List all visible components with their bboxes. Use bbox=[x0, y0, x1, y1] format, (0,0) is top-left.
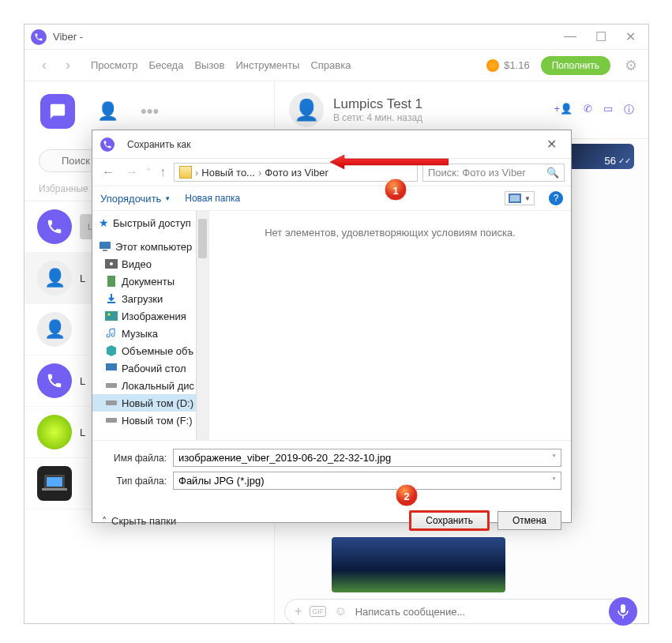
balance: $1.16 bbox=[486, 59, 530, 72]
annotation-badge-2: 2 bbox=[395, 483, 419, 507]
gif-icon[interactable]: GIF bbox=[310, 606, 326, 617]
breadcrumb-item[interactable]: Новый то... bbox=[201, 167, 255, 179]
menu-call[interactable]: Вызов bbox=[194, 59, 224, 71]
close-icon[interactable]: ✕ bbox=[540, 135, 563, 153]
menu-chat[interactable]: Беседа bbox=[148, 59, 183, 71]
titlebar: Viber - — ☐ ✕ bbox=[24, 24, 648, 50]
save-button[interactable]: Сохранить bbox=[409, 510, 490, 531]
avatar bbox=[37, 466, 72, 501]
viber-logo-icon bbox=[31, 29, 47, 45]
sidebar-item-local-disk[interactable]: Локальный дис bbox=[92, 377, 208, 394]
dialog-title: Сохранить как bbox=[127, 139, 534, 150]
sidebar-item-drive-d[interactable]: Новый том (D:) bbox=[92, 394, 208, 412]
sidebar-item-drive-f[interactable]: Новый том (F:) bbox=[92, 412, 208, 429]
image-icon bbox=[105, 310, 118, 322]
dialog-main: ★Быстрый доступ Этот компьютер Видео Док… bbox=[92, 211, 571, 440]
dialog-sidebar: ★Быстрый доступ Этот компьютер Видео Док… bbox=[92, 211, 209, 440]
maximize-icon[interactable]: ☐ bbox=[595, 29, 606, 44]
dialog-content: Нет элементов, удовлетворяющих условиям … bbox=[209, 211, 571, 440]
close-icon[interactable]: ✕ bbox=[625, 29, 636, 44]
sidebar-item-desktop[interactable]: Рабочий стол bbox=[92, 359, 208, 377]
back-icon[interactable]: ← bbox=[99, 164, 118, 181]
help-icon[interactable]: ? bbox=[549, 191, 563, 205]
forward-icon[interactable]: → bbox=[122, 164, 141, 181]
gear-icon[interactable]: ⚙ bbox=[625, 57, 637, 74]
sidebar-item-music[interactable]: Музыка bbox=[92, 325, 208, 342]
svg-point-11 bbox=[108, 314, 111, 316]
organize-button[interactable]: Упорядочить ▼ bbox=[100, 193, 171, 205]
drive-icon bbox=[105, 397, 118, 409]
scrollbar[interactable] bbox=[196, 211, 208, 440]
cancel-button[interactable]: Отмена bbox=[497, 511, 561, 530]
view-icon bbox=[509, 194, 521, 203]
svg-rect-12 bbox=[106, 363, 117, 370]
desktop-icon bbox=[105, 362, 118, 374]
message-thumbnail[interactable]: 56 ✓✓ bbox=[565, 144, 634, 169]
mic-icon bbox=[618, 604, 629, 619]
dialog-bottom: Имя файла: изображение_viber_2019-06-20_… bbox=[92, 440, 571, 502]
svg-rect-16 bbox=[621, 604, 625, 613]
sidebar-quick-access[interactable]: ★Быстрый доступ bbox=[92, 214, 208, 231]
plus-icon[interactable]: + bbox=[295, 604, 302, 619]
download-icon bbox=[105, 292, 118, 305]
sidebar-item-3d[interactable]: Объемные объ bbox=[92, 342, 208, 359]
chevron-down-icon[interactable]: ˅ bbox=[552, 476, 556, 485]
svg-rect-4 bbox=[510, 195, 520, 201]
info-icon[interactable]: ⓘ bbox=[624, 103, 634, 117]
chevron-down-icon[interactable]: ˅ bbox=[552, 453, 556, 462]
chat-avatar: 👤 bbox=[289, 92, 324, 127]
breadcrumb-item[interactable]: Фото из Viber bbox=[265, 167, 328, 179]
svg-rect-2 bbox=[42, 488, 67, 491]
call-icon[interactable]: ✆ bbox=[584, 103, 592, 117]
menu-help[interactable]: Справка bbox=[310, 59, 351, 71]
message-input-row: + GIF ☺ bbox=[284, 599, 637, 624]
topup-button[interactable]: Пополнить bbox=[541, 56, 610, 75]
minimize-icon[interactable]: — bbox=[564, 29, 576, 44]
folder-icon bbox=[179, 166, 192, 179]
svg-rect-10 bbox=[105, 311, 118, 321]
sidebar-item-downloads[interactable]: Загрузки bbox=[92, 290, 208, 307]
image-preview[interactable] bbox=[332, 537, 505, 592]
annotation-badge-1: 1 bbox=[384, 178, 407, 201]
voice-button[interactable] bbox=[609, 597, 637, 626]
hide-folders-button[interactable]: ˄Скрыть папки bbox=[102, 515, 176, 527]
music-icon bbox=[105, 327, 118, 340]
video-icon[interactable]: ▭ bbox=[603, 103, 613, 117]
menu-browse[interactable]: Просмотр bbox=[91, 59, 137, 71]
star-icon: ★ bbox=[99, 216, 109, 229]
cube-icon bbox=[105, 344, 118, 357]
save-dialog: Сохранить как ✕ ← → ˅ ↑ › Новый то... › … bbox=[92, 130, 572, 523]
svg-text:2: 2 bbox=[404, 491, 409, 502]
menu-tools[interactable]: Инструменты bbox=[235, 59, 299, 71]
annotation-arrow bbox=[330, 155, 449, 169]
message-input[interactable] bbox=[355, 606, 627, 618]
coin-icon bbox=[486, 59, 499, 72]
filename-input[interactable]: изображение_viber_2019-06-20_22-32-10.jp… bbox=[173, 449, 561, 467]
back-icon[interactable]: ‹ bbox=[36, 57, 53, 74]
dialog-toolbar: Упорядочить ▼ Новая папка ▼ ? bbox=[92, 186, 571, 211]
sidebar-item-pictures[interactable]: Изображения bbox=[92, 307, 208, 325]
view-selector[interactable]: ▼ bbox=[505, 191, 535, 205]
filetype-select[interactable]: Файлы JPG (*.jpg)˅ bbox=[173, 472, 561, 490]
sidebar-item-documents[interactable]: Документы bbox=[92, 273, 208, 290]
sidebar-item-video[interactable]: Видео bbox=[92, 255, 208, 273]
svg-marker-17 bbox=[330, 155, 449, 169]
sidebar-this-pc[interactable]: Этот компьютер bbox=[92, 238, 208, 255]
emoji-icon[interactable]: ☺ bbox=[334, 604, 347, 619]
svg-point-8 bbox=[110, 262, 113, 265]
more-icon[interactable]: ••• bbox=[141, 101, 159, 122]
chat-button[interactable] bbox=[40, 94, 75, 129]
nav-arrows: ‹ › bbox=[36, 57, 77, 74]
chat-actions: +👤 ✆ ▭ ⓘ bbox=[554, 103, 634, 117]
new-folder-button[interactable]: Новая папка bbox=[185, 193, 240, 204]
up-icon[interactable]: ↑ bbox=[156, 164, 169, 181]
video-icon bbox=[105, 258, 118, 270]
add-user-icon[interactable]: +👤 bbox=[554, 103, 573, 117]
forward-icon[interactable]: › bbox=[59, 57, 77, 74]
chat-name: Lumpics Test 1 bbox=[333, 96, 544, 112]
contact-icon[interactable]: 👤 bbox=[97, 101, 118, 122]
svg-rect-1 bbox=[47, 477, 62, 487]
menu-bar: ‹ › Просмотр Беседа Вызов Инструменты Сп… bbox=[24, 50, 648, 81]
contact-name: L bbox=[80, 427, 85, 438]
balance-value: $1.16 bbox=[504, 59, 530, 71]
